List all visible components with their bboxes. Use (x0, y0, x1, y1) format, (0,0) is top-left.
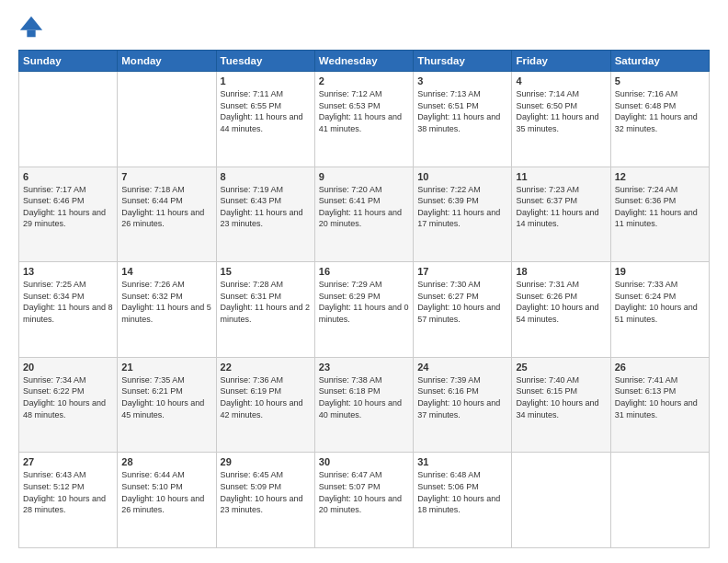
day-number: 22 (221, 362, 311, 373)
cell-content: Sunrise: 7:22 AM Sunset: 6:39 PM Dayligh… (417, 184, 507, 230)
header (18, 15, 710, 40)
cell-content: Sunrise: 7:18 AM Sunset: 6:44 PM Dayligh… (121, 184, 211, 230)
calendar-cell: 10Sunrise: 7:22 AM Sunset: 6:39 PM Dayli… (414, 167, 512, 262)
calendar-cell: 17Sunrise: 7:30 AM Sunset: 6:27 PM Dayli… (414, 262, 512, 358)
cell-content: Sunrise: 7:40 AM Sunset: 6:15 PM Dayligh… (516, 374, 606, 420)
calendar-cell: 6Sunrise: 7:17 AM Sunset: 6:46 PM Daylig… (19, 167, 118, 262)
day-number: 25 (516, 362, 606, 373)
cell-content: Sunrise: 7:30 AM Sunset: 6:27 PM Dayligh… (417, 279, 507, 325)
day-number: 6 (23, 171, 113, 182)
cell-content: Sunrise: 7:36 AM Sunset: 6:19 PM Dayligh… (221, 374, 311, 420)
calendar-cell: 3Sunrise: 7:13 AM Sunset: 6:51 PM Daylig… (414, 72, 512, 167)
cell-content: Sunrise: 7:35 AM Sunset: 6:21 PM Dayligh… (121, 374, 211, 420)
calendar-cell: 23Sunrise: 7:38 AM Sunset: 6:18 PM Dayli… (314, 357, 413, 453)
calendar-cell: 9Sunrise: 7:20 AM Sunset: 6:41 PM Daylig… (314, 167, 413, 262)
day-number: 21 (121, 362, 211, 373)
calendar-cell: 5Sunrise: 7:16 AM Sunset: 6:48 PM Daylig… (610, 72, 709, 167)
day-number: 10 (417, 171, 507, 182)
cell-content: Sunrise: 7:23 AM Sunset: 6:37 PM Dayligh… (516, 184, 606, 230)
weekday-header: Monday (118, 51, 216, 72)
calendar-cell: 31Sunrise: 6:48 AM Sunset: 5:06 PM Dayli… (414, 453, 512, 548)
day-number: 4 (516, 75, 606, 86)
day-number: 23 (319, 362, 409, 373)
cell-content: Sunrise: 7:19 AM Sunset: 6:43 PM Dayligh… (221, 184, 311, 230)
calendar-cell: 8Sunrise: 7:19 AM Sunset: 6:43 PM Daylig… (216, 167, 314, 262)
cell-content: Sunrise: 7:38 AM Sunset: 6:18 PM Dayligh… (319, 374, 409, 420)
cell-content: Sunrise: 7:14 AM Sunset: 6:50 PM Dayligh… (516, 88, 606, 134)
cell-content: Sunrise: 6:44 AM Sunset: 5:10 PM Dayligh… (121, 469, 211, 515)
cell-content: Sunrise: 6:48 AM Sunset: 5:06 PM Dayligh… (417, 469, 507, 515)
day-number: 30 (319, 456, 409, 467)
cell-content: Sunrise: 7:20 AM Sunset: 6:41 PM Dayligh… (319, 184, 409, 230)
cell-content: Sunrise: 6:47 AM Sunset: 5:07 PM Dayligh… (319, 469, 409, 515)
cell-content: Sunrise: 7:28 AM Sunset: 6:31 PM Dayligh… (221, 279, 311, 325)
day-number: 2 (319, 75, 409, 86)
day-number: 31 (417, 456, 507, 467)
calendar-cell: 4Sunrise: 7:14 AM Sunset: 6:50 PM Daylig… (512, 72, 610, 167)
calendar-cell: 7Sunrise: 7:18 AM Sunset: 6:44 PM Daylig… (118, 167, 216, 262)
calendar-cell (610, 453, 709, 548)
day-number: 7 (121, 171, 211, 182)
cell-content: Sunrise: 7:11 AM Sunset: 6:55 PM Dayligh… (221, 88, 311, 134)
calendar-cell: 11Sunrise: 7:23 AM Sunset: 6:37 PM Dayli… (512, 167, 610, 262)
day-number: 9 (319, 171, 409, 182)
cell-content: Sunrise: 7:13 AM Sunset: 6:51 PM Dayligh… (417, 88, 507, 134)
cell-content: Sunrise: 7:24 AM Sunset: 6:36 PM Dayligh… (615, 184, 705, 230)
cell-content: Sunrise: 7:12 AM Sunset: 6:53 PM Dayligh… (319, 88, 409, 134)
calendar-cell: 26Sunrise: 7:41 AM Sunset: 6:13 PM Dayli… (610, 357, 709, 453)
weekday-header: Wednesday (314, 51, 413, 72)
day-number: 17 (417, 266, 507, 277)
calendar-cell: 22Sunrise: 7:36 AM Sunset: 6:19 PM Dayli… (216, 357, 314, 453)
svg-rect-1 (27, 30, 35, 37)
calendar-cell (19, 72, 118, 167)
weekday-header: Saturday (610, 51, 709, 72)
day-number: 27 (23, 456, 113, 467)
weekday-header: Tuesday (216, 51, 314, 72)
calendar-week-row: 20Sunrise: 7:34 AM Sunset: 6:22 PM Dayli… (19, 357, 710, 453)
cell-content: Sunrise: 7:34 AM Sunset: 6:22 PM Dayligh… (23, 374, 113, 420)
day-number: 1 (221, 75, 311, 86)
weekday-header-row: SundayMondayTuesdayWednesdayThursdayFrid… (19, 51, 710, 72)
day-number: 14 (121, 266, 211, 277)
cell-content: Sunrise: 7:17 AM Sunset: 6:46 PM Dayligh… (23, 184, 113, 230)
calendar-week-row: 27Sunrise: 6:43 AM Sunset: 5:12 PM Dayli… (19, 453, 710, 548)
calendar-cell: 1Sunrise: 7:11 AM Sunset: 6:55 PM Daylig… (216, 72, 314, 167)
day-number: 20 (23, 362, 113, 373)
day-number: 18 (516, 266, 606, 277)
calendar-week-row: 13Sunrise: 7:25 AM Sunset: 6:34 PM Dayli… (19, 262, 710, 358)
day-number: 29 (221, 456, 311, 467)
calendar-week-row: 1Sunrise: 7:11 AM Sunset: 6:55 PM Daylig… (19, 72, 710, 167)
calendar-cell: 24Sunrise: 7:39 AM Sunset: 6:16 PM Dayli… (414, 357, 512, 453)
calendar-cell: 18Sunrise: 7:31 AM Sunset: 6:26 PM Dayli… (512, 262, 610, 358)
cell-content: Sunrise: 6:45 AM Sunset: 5:09 PM Dayligh… (221, 469, 311, 515)
day-number: 24 (417, 362, 507, 373)
calendar-cell: 29Sunrise: 6:45 AM Sunset: 5:09 PM Dayli… (216, 453, 314, 548)
weekday-header: Thursday (414, 51, 512, 72)
calendar-cell: 14Sunrise: 7:26 AM Sunset: 6:32 PM Dayli… (118, 262, 216, 358)
calendar-cell: 27Sunrise: 6:43 AM Sunset: 5:12 PM Dayli… (19, 453, 118, 548)
logo-icon (18, 15, 44, 40)
cell-content: Sunrise: 7:26 AM Sunset: 6:32 PM Dayligh… (121, 279, 211, 325)
calendar-week-row: 6Sunrise: 7:17 AM Sunset: 6:46 PM Daylig… (19, 167, 710, 262)
cell-content: Sunrise: 7:41 AM Sunset: 6:13 PM Dayligh… (615, 374, 705, 420)
logo (18, 15, 48, 40)
calendar-cell: 30Sunrise: 6:47 AM Sunset: 5:07 PM Dayli… (314, 453, 413, 548)
calendar-cell (118, 72, 216, 167)
weekday-header: Sunday (19, 51, 118, 72)
day-number: 13 (23, 266, 113, 277)
cell-content: Sunrise: 7:16 AM Sunset: 6:48 PM Dayligh… (615, 88, 705, 134)
calendar-cell: 19Sunrise: 7:33 AM Sunset: 6:24 PM Dayli… (610, 262, 709, 358)
cell-content: Sunrise: 7:25 AM Sunset: 6:34 PM Dayligh… (23, 279, 113, 325)
day-number: 5 (615, 75, 705, 86)
weekday-header: Friday (512, 51, 610, 72)
day-number: 15 (221, 266, 311, 277)
day-number: 16 (319, 266, 409, 277)
cell-content: Sunrise: 7:33 AM Sunset: 6:24 PM Dayligh… (615, 279, 705, 325)
cell-content: Sunrise: 7:31 AM Sunset: 6:26 PM Dayligh… (516, 279, 606, 325)
day-number: 28 (121, 456, 211, 467)
day-number: 26 (615, 362, 705, 373)
calendar-cell: 16Sunrise: 7:29 AM Sunset: 6:29 PM Dayli… (314, 262, 413, 358)
page: SundayMondayTuesdayWednesdayThursdayFrid… (0, 0, 728, 563)
svg-marker-0 (20, 17, 42, 30)
cell-content: Sunrise: 7:29 AM Sunset: 6:29 PM Dayligh… (319, 279, 409, 325)
